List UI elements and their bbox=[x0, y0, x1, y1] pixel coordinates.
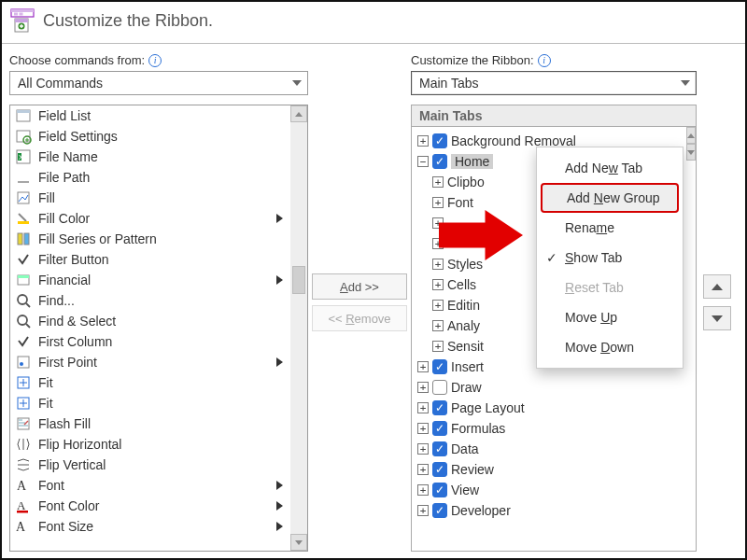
expand-toggle-icon[interactable]: + bbox=[417, 505, 429, 516]
tab-checkbox[interactable] bbox=[432, 462, 447, 477]
svg-point-22 bbox=[18, 315, 27, 325]
tree-tab-row[interactable]: +View bbox=[412, 480, 686, 500]
tab-checkbox[interactable] bbox=[432, 483, 447, 497]
tab-checkbox[interactable] bbox=[432, 359, 447, 374]
command-item[interactable]: AFont Size bbox=[10, 516, 290, 537]
tab-checkbox[interactable] bbox=[432, 154, 447, 169]
tree-tab-row[interactable]: +Review bbox=[412, 459, 686, 480]
command-item[interactable]: Flip Vertical bbox=[10, 455, 290, 475]
command-label: Field Settings bbox=[38, 129, 266, 144]
command-item[interactable]: Find & Select bbox=[10, 311, 290, 331]
command-item[interactable]: Filter Button bbox=[10, 249, 290, 270]
expand-toggle-icon[interactable]: + bbox=[432, 320, 444, 331]
command-item[interactable]: AFont Color bbox=[10, 496, 290, 516]
command-item[interactable]: Fit bbox=[10, 393, 290, 413]
tree-tab-row[interactable]: +Page Layout bbox=[412, 398, 686, 418]
command-label: File Path bbox=[38, 170, 266, 185]
tree-scrollbar[interactable] bbox=[686, 127, 696, 551]
command-item[interactable]: Find... bbox=[10, 290, 290, 311]
scroll-thumb[interactable] bbox=[292, 266, 305, 294]
tree-tab-row[interactable]: +Draw bbox=[412, 377, 686, 398]
expand-toggle-icon[interactable]: + bbox=[432, 279, 444, 290]
command-item[interactable]: First Column bbox=[10, 331, 290, 352]
svg-rect-16 bbox=[18, 221, 29, 224]
tab-checkbox[interactable] bbox=[432, 133, 447, 148]
command-item[interactable]: First Point bbox=[10, 352, 290, 372]
move-down-button[interactable] bbox=[703, 306, 731, 330]
expand-toggle-icon[interactable]: + bbox=[432, 176, 444, 188]
expand-toggle-icon[interactable]: + bbox=[417, 423, 429, 434]
info-icon[interactable]: i bbox=[148, 54, 162, 67]
expand-toggle-icon[interactable]: + bbox=[432, 300, 444, 311]
svg-point-21 bbox=[18, 295, 27, 304]
context-menu-item[interactable]: ✓Show Tab bbox=[541, 243, 679, 273]
expand-toggle-icon[interactable]: + bbox=[417, 382, 429, 393]
context-menu-item[interactable]: Add New Tab bbox=[541, 153, 679, 183]
add-button[interactable]: Add >> bbox=[312, 273, 407, 300]
move-up-button[interactable] bbox=[703, 274, 731, 299]
tab-label: Insert bbox=[451, 359, 484, 374]
command-item[interactable]: AFont bbox=[10, 475, 290, 496]
expand-toggle-icon[interactable]: + bbox=[417, 135, 429, 147]
tree-tab-row[interactable]: +Developer bbox=[412, 500, 686, 521]
group-label: Clipbo bbox=[447, 175, 485, 189]
tab-checkbox[interactable] bbox=[432, 400, 447, 415]
customize-ribbon-value: Main Tabs bbox=[419, 76, 479, 91]
tab-checkbox[interactable] bbox=[432, 421, 447, 436]
expand-toggle-icon[interactable]: + bbox=[417, 443, 429, 455]
expand-toggle-icon[interactable]: + bbox=[417, 464, 429, 475]
scroll-up-button[interactable] bbox=[686, 127, 696, 144]
svg-rect-18 bbox=[24, 233, 29, 245]
command-label: Font bbox=[38, 478, 266, 493]
tab-checkbox[interactable] bbox=[432, 380, 447, 395]
submenu-indicator-icon bbox=[272, 273, 287, 287]
expand-toggle-icon[interactable]: + bbox=[417, 361, 429, 372]
command-item[interactable]: Financial bbox=[10, 270, 290, 290]
svg-rect-5 bbox=[15, 19, 28, 22]
command-icon bbox=[14, 373, 33, 392]
chevron-down-icon bbox=[681, 80, 690, 86]
command-item[interactable]: Fit bbox=[10, 372, 290, 393]
scroll-down-button[interactable] bbox=[686, 144, 696, 161]
info-icon[interactable]: i bbox=[538, 54, 551, 67]
tab-checkbox[interactable] bbox=[432, 503, 447, 518]
context-menu-item[interactable]: Rename bbox=[541, 213, 679, 243]
tab-label: Home bbox=[451, 154, 493, 169]
commands-listbox[interactable]: Field ListField SettingsXFile NameFile P… bbox=[9, 105, 308, 552]
command-label: Filter Button bbox=[38, 252, 266, 267]
command-item[interactable]: Fill Color bbox=[10, 208, 290, 229]
expand-toggle-icon[interactable]: + bbox=[417, 484, 429, 496]
command-item[interactable]: Field Settings bbox=[10, 126, 290, 147]
svg-rect-1 bbox=[11, 9, 34, 12]
command-item[interactable]: Flash Fill bbox=[10, 413, 290, 434]
command-item[interactable]: Flip Horizontal bbox=[10, 434, 290, 455]
context-menu-label: Move Up bbox=[565, 310, 617, 325]
expand-toggle-icon[interactable]: − bbox=[417, 156, 429, 167]
scroll-track[interactable] bbox=[290, 122, 307, 534]
tree-tab-row[interactable]: +Data bbox=[412, 439, 686, 459]
scroll-down-button[interactable] bbox=[290, 534, 307, 551]
tree-tab-row[interactable]: +Formulas bbox=[412, 418, 686, 439]
listbox-scrollbar[interactable] bbox=[290, 105, 307, 551]
svg-rect-17 bbox=[18, 233, 22, 245]
tab-label: Data bbox=[451, 441, 479, 456]
command-item[interactable]: XFile Name bbox=[10, 147, 290, 167]
command-icon bbox=[14, 435, 33, 454]
command-item[interactable]: Field List bbox=[10, 105, 290, 126]
context-menu-item[interactable]: Add New Group bbox=[541, 183, 679, 213]
command-label: Field List bbox=[38, 108, 266, 123]
tab-checkbox[interactable] bbox=[432, 441, 447, 456]
command-item[interactable]: File Path bbox=[10, 167, 290, 188]
context-menu-item[interactable]: Move Up bbox=[541, 302, 679, 332]
command-label: Fill bbox=[38, 190, 266, 205]
command-item[interactable]: Fill Series or Pattern bbox=[10, 229, 290, 249]
choose-commands-dropdown[interactable]: All Commands bbox=[9, 71, 308, 95]
customize-ribbon-dropdown[interactable]: Main Tabs bbox=[411, 71, 697, 95]
scroll-up-button[interactable] bbox=[290, 105, 307, 122]
command-item[interactable]: Fill bbox=[10, 188, 290, 208]
expand-toggle-icon[interactable]: + bbox=[432, 341, 444, 352]
context-menu-label: Add New Tab bbox=[565, 161, 642, 175]
context-menu: Add New TabAdd New GroupRename✓Show TabR… bbox=[536, 147, 684, 369]
context-menu-item[interactable]: Move Down bbox=[541, 332, 679, 362]
expand-toggle-icon[interactable]: + bbox=[417, 402, 429, 413]
